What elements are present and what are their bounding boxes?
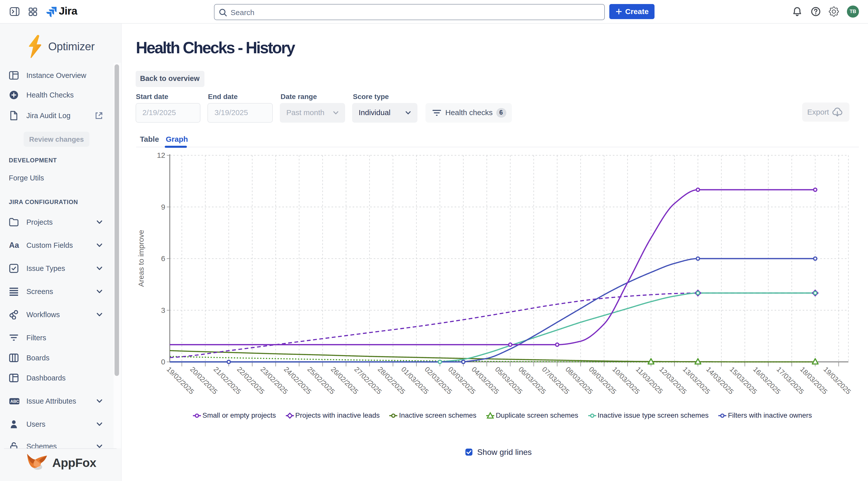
svg-text:Aa: Aa xyxy=(9,241,19,249)
svg-text:ABC: ABC xyxy=(10,399,19,403)
